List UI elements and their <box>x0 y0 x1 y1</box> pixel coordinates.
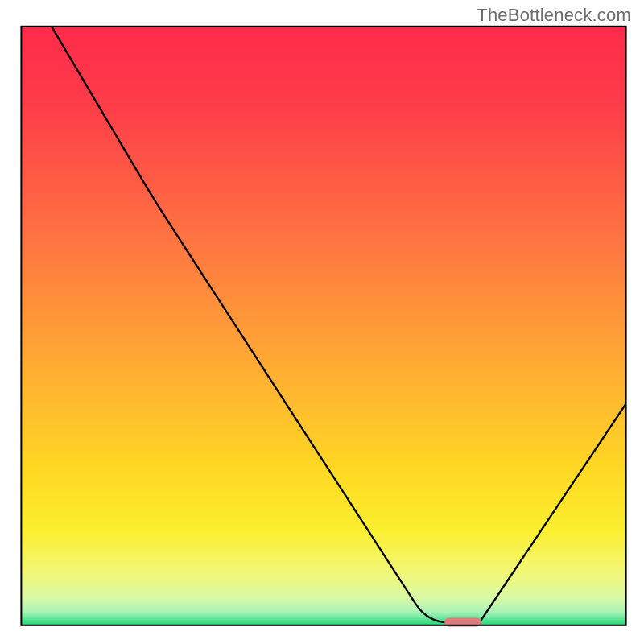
chart-container: TheBottleneck.com <box>0 0 644 644</box>
watermark-text: TheBottleneck.com <box>477 5 631 26</box>
chart-canvas <box>0 0 644 644</box>
plot-background <box>21 27 625 625</box>
